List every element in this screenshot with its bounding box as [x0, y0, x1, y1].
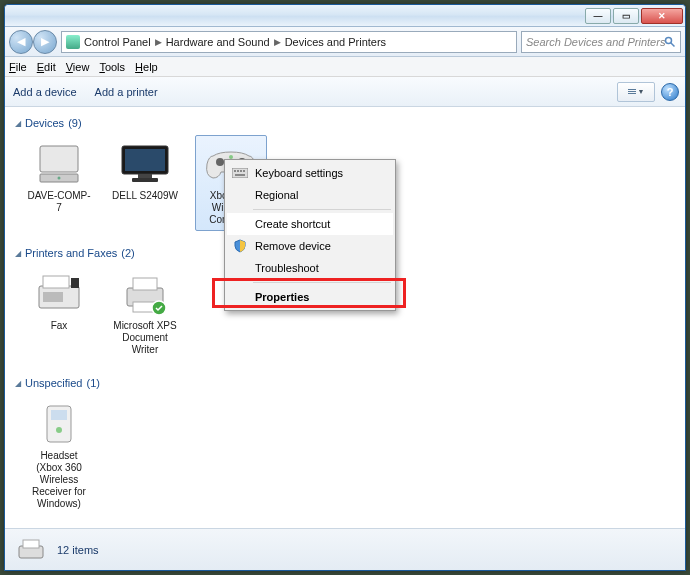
ctx-label: Properties: [255, 291, 309, 303]
breadcrumb-item[interactable]: Devices and Printers: [285, 36, 387, 48]
svg-line-1: [671, 42, 675, 46]
help-button[interactable]: ?: [661, 83, 679, 101]
printer-icon: [117, 270, 173, 318]
printer-label: Microsoft XPS Document Writer: [112, 320, 178, 356]
ctx-label: Remove device: [255, 240, 331, 252]
context-menu: Keyboard settings Regional Create shortc…: [224, 159, 396, 311]
category-count: (1): [86, 377, 99, 389]
ctx-keyboard-settings[interactable]: Keyboard settings: [227, 162, 393, 184]
view-options-button[interactable]: ▼: [617, 82, 655, 102]
menu-edit[interactable]: Edit: [37, 61, 56, 73]
titlebar: — ▭ ✕: [5, 5, 685, 27]
svg-rect-30: [235, 174, 245, 176]
control-panel-icon: [66, 35, 80, 49]
svg-rect-24: [23, 540, 39, 548]
printer-item-xps[interactable]: Microsoft XPS Document Writer: [109, 265, 181, 361]
ctx-troubleshoot[interactable]: Troubleshoot: [227, 257, 393, 279]
category-count: (2): [121, 247, 134, 259]
monitor-icon: [117, 140, 173, 188]
category-label: Printers and Faxes: [25, 247, 117, 259]
ctx-label: Keyboard settings: [255, 167, 343, 179]
maximize-button[interactable]: ▭: [613, 8, 639, 24]
ctx-label: Create shortcut: [255, 218, 330, 230]
svg-point-4: [58, 177, 61, 180]
statusbar: 12 items: [5, 528, 685, 570]
svg-rect-2: [40, 146, 78, 172]
svg-rect-28: [240, 170, 242, 172]
menu-view[interactable]: View: [66, 61, 90, 73]
svg-rect-8: [132, 178, 158, 182]
keyboard-icon: [232, 165, 248, 181]
chevron-right-icon: ▶: [272, 37, 283, 47]
svg-rect-26: [234, 170, 236, 172]
svg-rect-7: [138, 174, 152, 178]
add-device-button[interactable]: Add a device: [13, 86, 77, 98]
breadcrumb[interactable]: Control Panel ▶ Hardware and Sound ▶ Dev…: [61, 31, 517, 53]
generic-device-icon: [31, 400, 87, 448]
device-item-monitor[interactable]: DELL S2409W: [109, 135, 181, 231]
category-devices[interactable]: ◢ Devices (9): [15, 117, 675, 129]
device-item-headset[interactable]: Headset (Xbox 360 Wireless Receiver for …: [23, 395, 95, 515]
breadcrumb-item[interactable]: Hardware and Sound: [166, 36, 270, 48]
device-label: DAVE-COMP-7: [26, 190, 92, 214]
toolbar: Add a device Add a printer ▼ ?: [5, 77, 685, 107]
collapse-icon: ◢: [15, 119, 21, 128]
device-item-computer[interactable]: DAVE-COMP-7: [23, 135, 95, 231]
ctx-label: Regional: [255, 189, 298, 201]
ctx-properties[interactable]: Properties: [227, 286, 393, 308]
search-icon: [664, 36, 676, 48]
chevron-down-icon: ▼: [638, 88, 645, 95]
statusbar-text: 12 items: [57, 544, 99, 556]
forward-button[interactable]: ▶: [33, 30, 57, 54]
category-label: Unspecified: [25, 377, 82, 389]
computer-icon: [31, 140, 87, 188]
svg-rect-17: [133, 278, 157, 290]
shield-icon: [232, 238, 248, 254]
back-button[interactable]: ◀: [9, 30, 33, 54]
device-label: Headset (Xbox 360 Wireless Receiver for …: [26, 450, 92, 510]
separator: [253, 282, 391, 283]
svg-point-22: [56, 427, 62, 433]
svg-point-9: [216, 158, 224, 166]
statusbar-icon: [15, 536, 47, 564]
svg-rect-27: [237, 170, 239, 172]
svg-rect-21: [51, 410, 67, 420]
category-count: (9): [68, 117, 81, 129]
category-label: Devices: [25, 117, 64, 129]
ctx-create-shortcut[interactable]: Create shortcut: [227, 213, 393, 235]
search-input[interactable]: Search Devices and Printers: [521, 31, 681, 53]
device-label: DELL S2409W: [112, 190, 178, 202]
add-printer-button[interactable]: Add a printer: [95, 86, 158, 98]
close-button[interactable]: ✕: [641, 8, 683, 24]
ctx-regional[interactable]: Regional: [227, 184, 393, 206]
svg-rect-29: [243, 170, 245, 172]
separator: [253, 209, 391, 210]
menubar: File Edit View Tools Help: [5, 57, 685, 77]
search-placeholder: Search Devices and Printers: [526, 36, 665, 48]
navbar: ◀ ▶ Control Panel ▶ Hardware and Sound ▶…: [5, 27, 685, 57]
chevron-right-icon: ▶: [153, 37, 164, 47]
svg-rect-15: [43, 292, 63, 302]
svg-point-0: [666, 37, 672, 43]
menu-help[interactable]: Help: [135, 61, 158, 73]
svg-rect-13: [43, 276, 69, 288]
collapse-icon: ◢: [15, 379, 21, 388]
ctx-remove-device[interactable]: Remove device: [227, 235, 393, 257]
svg-rect-25: [232, 168, 248, 178]
fax-icon: [31, 270, 87, 318]
printer-label: Fax: [51, 320, 68, 332]
menu-tools[interactable]: Tools: [99, 61, 125, 73]
printer-item-fax[interactable]: Fax: [23, 265, 95, 361]
collapse-icon: ◢: [15, 249, 21, 258]
breadcrumb-item[interactable]: Control Panel: [84, 36, 151, 48]
svg-rect-14: [71, 278, 79, 288]
minimize-button[interactable]: —: [585, 8, 611, 24]
svg-rect-6: [125, 149, 165, 171]
menu-file[interactable]: File: [9, 61, 27, 73]
ctx-label: Troubleshoot: [255, 262, 319, 274]
category-unspecified[interactable]: ◢ Unspecified (1): [15, 377, 675, 389]
